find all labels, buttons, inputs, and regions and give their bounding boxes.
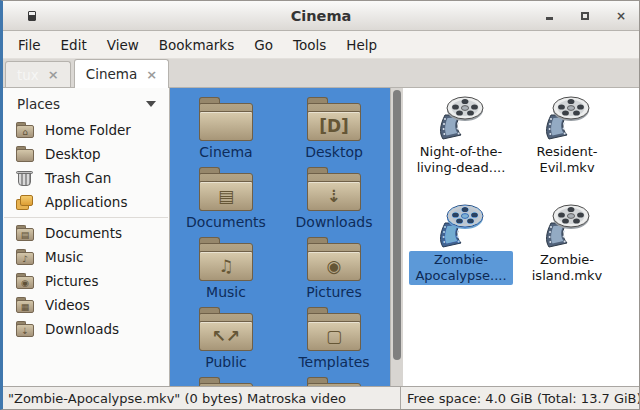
folder-emblem-icon: ↖↗ — [199, 321, 253, 351]
sidebar-item-desktop[interactable]: Desktop — [3, 142, 169, 166]
folder-label: Music — [206, 285, 246, 300]
menu-item-help[interactable]: Help — [336, 32, 387, 58]
close-button[interactable]: × — [615, 10, 627, 22]
folder-icon-partial — [307, 383, 361, 386]
folders-scrollbar[interactable] — [390, 88, 403, 386]
tab-cinema[interactable]: Cinema × — [74, 59, 169, 88]
menu-bar: FileEditViewBookmarksGoToolsHelp — [3, 31, 639, 59]
folders-grid: Cinema [D] Desktop ▤ Documents ⇣ Downloa… — [170, 97, 390, 377]
status-selection-info: "Zombie-Apocalypse.mkv" (0 bytes) Matros… — [3, 387, 401, 409]
folder-pictures-icon — [15, 273, 35, 289]
film-reel-icon — [540, 95, 594, 143]
sidebar-item-label: Pictures — [45, 273, 98, 289]
tab-close-icon[interactable]: × — [48, 68, 59, 81]
sidebar-item-downloads[interactable]: Downloads — [3, 317, 169, 341]
folder-label: Documents — [186, 215, 266, 230]
folder-documents-icon — [15, 225, 35, 241]
sidebar-item-label: Desktop — [45, 146, 101, 162]
menu-item-bookmarks[interactable]: Bookmarks — [149, 32, 244, 58]
minimize-button[interactable] — [543, 10, 555, 22]
folder-icon: ▤ — [199, 173, 253, 211]
chevron-down-icon — [146, 101, 156, 107]
sidebar-item-label: Home Folder — [45, 122, 131, 138]
places-selector[interactable]: Places — [3, 91, 169, 118]
folder-item-documents[interactable]: ▤ Documents — [186, 167, 266, 237]
folder-item-public[interactable]: ↖↗ Public — [199, 307, 253, 377]
folder-downloads-icon — [15, 321, 35, 337]
sidebar-item-label: Documents — [45, 225, 122, 241]
film-reel-icon — [434, 203, 488, 251]
places-sidebar: Places Home Folder Desktop Trash Can App… — [3, 88, 170, 386]
folder-label: Downloads — [296, 215, 373, 230]
folder-emblem-icon: ▤ — [199, 181, 253, 211]
content-area: Places Home Folder Desktop Trash Can App… — [3, 88, 639, 386]
sidebar-item-home-folder[interactable]: Home Folder — [3, 118, 169, 142]
tab-label: Cinema — [86, 66, 137, 82]
tab-close-icon[interactable]: × — [146, 68, 157, 81]
film-reel-icon — [540, 203, 594, 251]
folder-item-cinema[interactable]: Cinema — [199, 97, 253, 167]
folder-item-downloads[interactable]: ⇣ Downloads — [296, 167, 373, 237]
menu-item-view[interactable]: View — [97, 32, 149, 58]
sidebar-item-label: Trash Can — [45, 170, 111, 186]
file-label: Zombie-Apocalypse.... — [409, 251, 513, 285]
sidebar-item-label: Videos — [45, 297, 90, 313]
menu-item-file[interactable]: File — [8, 32, 51, 58]
menu-item-go[interactable]: Go — [244, 32, 283, 58]
sidebar-item-documents[interactable]: Documents — [3, 221, 169, 245]
folder-emblem-icon: ◉ — [307, 251, 361, 281]
sidebar-item-music[interactable]: Music — [3, 245, 169, 269]
sidebar-item-applications[interactable]: Applications — [3, 190, 169, 214]
folder-label: Pictures — [306, 285, 361, 300]
minimize-icon — [546, 17, 553, 20]
places-label: Places — [17, 96, 60, 112]
folder-item-templates[interactable]: ▢ Templates — [298, 307, 369, 377]
folders-partial-row — [170, 377, 390, 386]
folder-icon-partial — [199, 383, 253, 386]
folder-videos-icon — [15, 297, 35, 313]
folder-label: Templates — [298, 355, 369, 370]
file-item-zombie-island-mkv[interactable]: Zombie-island.mkv — [515, 203, 619, 311]
menu-item-edit[interactable]: Edit — [51, 32, 97, 58]
sidebar-item-pictures[interactable]: Pictures — [3, 269, 169, 293]
folder-label: Desktop — [305, 145, 363, 160]
folder-icon — [199, 103, 253, 141]
folder-icon: [D] — [307, 103, 361, 141]
folder-icon: ◉ — [307, 243, 361, 281]
folder-item-music[interactable]: ♫ Music — [199, 237, 253, 307]
home-folder-icon — [15, 122, 35, 138]
sidebar-separator — [4, 217, 168, 218]
files-pane[interactable]: Night-of-the-living-dead.... — [403, 88, 639, 386]
folder-item-pictures[interactable]: ◉ Pictures — [306, 237, 361, 307]
folder-item-desktop[interactable]: [D] Desktop — [305, 97, 363, 167]
sidebar-item-videos[interactable]: Videos — [3, 293, 169, 317]
files-grid: Night-of-the-living-dead.... — [403, 95, 639, 311]
sidebar-item-label: Applications — [45, 194, 127, 210]
sidebar-item-label: Downloads — [45, 321, 119, 337]
status-free-space: Free space: 4.0 GiB (Total: 13.7 GiB) — [401, 387, 640, 409]
places-list: Home Folder Desktop Trash Can Applicatio… — [3, 118, 169, 341]
file-label: Zombie-island.mkv — [515, 251, 619, 285]
trash-icon — [15, 170, 35, 186]
maximize-button[interactable] — [579, 10, 591, 22]
scrollbar-thumb[interactable] — [393, 90, 401, 360]
status-bar: "Zombie-Apocalypse.mkv" (0 bytes) Matros… — [3, 386, 639, 409]
tab-tux[interactable]: tux × — [5, 61, 71, 87]
close-icon: × — [616, 10, 626, 22]
window-controls: × — [543, 1, 627, 31]
tab-label: tux — [17, 67, 39, 83]
file-item-zombie-apocalypse[interactable]: Zombie-Apocalypse.... — [409, 203, 513, 311]
title-bar[interactable]: Cinema × — [3, 1, 639, 31]
menu-item-tools[interactable]: Tools — [283, 32, 336, 58]
sidebar-item-trash-can[interactable]: Trash Can — [3, 166, 169, 190]
file-item-resident-evil-mkv[interactable]: Resident-Evil.mkv — [515, 95, 619, 203]
folder-emblem-icon — [199, 111, 253, 141]
tab-bar: tux × Cinema × — [3, 59, 639, 88]
file-label: Night-of-the-living-dead.... — [409, 143, 513, 177]
file-item-night-of-the-living-dead[interactable]: Night-of-the-living-dead.... — [409, 95, 513, 203]
applications-icon — [15, 194, 35, 210]
window-icon — [28, 11, 36, 21]
folders-pane[interactable]: Cinema [D] Desktop ▤ Documents ⇣ Downloa… — [170, 88, 390, 386]
folder-icon: ♫ — [199, 243, 253, 281]
folder-emblem-icon: ♫ — [199, 251, 253, 281]
